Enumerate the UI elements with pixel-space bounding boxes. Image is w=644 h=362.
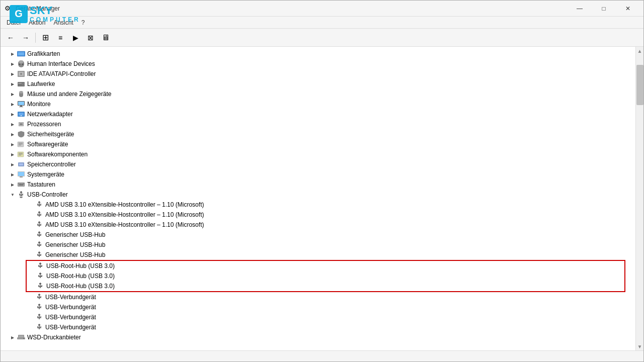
software-label: Softwaregeräte	[27, 141, 68, 148]
vb2-label: USB-Verbundgerät	[45, 304, 96, 311]
tree-item-amd1[interactable]: ▶ AMD USB 3.10 eXtensible-Hostcontroller…	[27, 200, 635, 210]
expand-grafikkarten[interactable]: ▶	[9, 50, 17, 58]
expand-speicher[interactable]: ▶	[9, 160, 17, 168]
tree-item-netzwerk[interactable]: ▶ Netzwerkadapter	[9, 109, 635, 119]
close-button[interactable]: ✕	[616, 3, 639, 15]
tree-item-vb1[interactable]: ▶ USB-Verbundgerät	[27, 292, 635, 302]
tree-item-amd3[interactable]: ▶ AMD USB 3.10 eXtensible-Hostcontroller…	[27, 220, 635, 230]
toolbar-stop-button[interactable]: ⊠	[84, 31, 98, 45]
tree-item-maeuse[interactable]: ▶ Mäuse und andere Zeigegeräte	[9, 89, 635, 99]
menu-help[interactable]: ?	[77, 18, 89, 27]
speicher-icon	[17, 160, 26, 168]
expand-softwarek[interactable]: ▶	[9, 150, 17, 158]
netzwerk-icon	[17, 110, 26, 118]
window-controls: — □ ✕	[568, 3, 639, 15]
expand-software[interactable]: ▶	[9, 140, 17, 148]
svg-rect-42	[20, 184, 21, 185]
hub1-icon	[35, 231, 44, 239]
toolbar-grid-button[interactable]: ⊞	[38, 31, 52, 45]
tree-item-root3[interactable]: ▶ USB-Root-Hub (USB 3.0)	[28, 281, 624, 291]
expand-tastaturen[interactable]: ▶	[9, 180, 17, 189]
forward-button[interactable]: →	[19, 31, 33, 45]
expand-maeuse[interactable]: ▶	[9, 90, 17, 98]
vb4-label: USB-Verbundgerät	[45, 324, 96, 331]
tree-item-speicher[interactable]: ▶ Speichercontroller	[9, 159, 635, 169]
toolbar-monitor-button[interactable]: 🖥	[99, 31, 113, 45]
tree-item-root1[interactable]: ▶ USB-Root-Hub (USB 3.0)	[28, 261, 624, 271]
expand-laufwerke[interactable]: ▶	[9, 80, 17, 88]
root1-label: USB-Root-Hub (USB 3.0)	[46, 262, 115, 269]
tree-item-vb2[interactable]: ▶ USB-Verbundgerät	[27, 302, 635, 312]
svg-rect-31	[19, 153, 23, 153]
softwarek-label: Softwarekomponenten	[27, 151, 88, 158]
maeuse-label: Mäuse und andere Zeigegeräte	[27, 90, 111, 98]
expand-prozessoren[interactable]: ▶	[9, 120, 17, 128]
monitore-label: Monitore	[27, 101, 51, 108]
menu-ansicht[interactable]: Ansicht	[49, 18, 77, 27]
minimize-button[interactable]: —	[568, 3, 591, 15]
device-tree[interactable]: ▶ Grafikkarten ▶ Human Interface Devices…	[1, 47, 635, 350]
amd2-label: AMD USB 3.10 eXtensible-Hostcontroller –…	[45, 211, 204, 218]
svg-rect-12	[18, 83, 22, 84]
scrollbar[interactable]: ▲ ▼	[635, 47, 643, 350]
svg-rect-41	[19, 184, 20, 185]
expand-hid[interactable]: ▶	[9, 60, 17, 68]
tree-item-prozessoren[interactable]: ▶ Prozessoren	[9, 119, 635, 129]
tree-item-grafikkarten[interactable]: ▶ Grafikkarten	[9, 49, 635, 59]
tree-item-amd2[interactable]: ▶ AMD USB 3.10 eXtensible-Hostcontroller…	[27, 210, 635, 220]
tree-item-hub1[interactable]: ▶ Generischer USB-Hub	[27, 230, 635, 240]
tree-item-root2[interactable]: ▶ USB-Root-Hub (USB 3.0)	[28, 271, 624, 281]
sicherheit-icon	[17, 130, 26, 138]
svg-rect-43	[22, 184, 23, 185]
hub3-label: Generischer USB-Hub	[45, 251, 105, 258]
scrollbar-thumb[interactable]	[636, 65, 643, 105]
expand-ide[interactable]: ▶	[9, 70, 17, 78]
svg-rect-28	[19, 144, 23, 144]
tree-item-hub2[interactable]: ▶ Generischer USB-Hub	[27, 240, 635, 250]
menu-datei[interactable]: Datei	[3, 18, 25, 27]
tree-item-software[interactable]: ▶ Softwaregeräte	[9, 139, 635, 149]
tree-item-wsd[interactable]: ▶ WSD-Druckanbieter	[9, 332, 635, 342]
tree-item-vb4[interactable]: ▶ USB-Verbundgerät	[27, 322, 635, 332]
back-button[interactable]: ←	[4, 31, 18, 45]
title-bar: ⚙ Geräte-Manager — □ ✕	[1, 1, 643, 17]
expand-system[interactable]: ▶	[9, 170, 17, 178]
svg-rect-25	[20, 123, 23, 125]
tree-item-hub3[interactable]: ▶ Generischer USB-Hub	[27, 250, 635, 260]
tree-item-tastaturen[interactable]: ▶ Tastaturen	[9, 179, 635, 190]
root1-icon	[36, 262, 45, 270]
grafikkarten-label: Grafikkarten	[27, 50, 60, 57]
wsd-label: WSD-Druckanbieter	[27, 334, 81, 341]
expand-usb[interactable]: ▼	[9, 191, 17, 199]
maximize-button[interactable]: □	[592, 3, 615, 15]
toolbar-list-button[interactable]: ≡	[53, 31, 67, 45]
tree-item-usb[interactable]: ▼ USB-Controller	[9, 190, 635, 200]
tree-item-monitore[interactable]: ▶ Monitore	[9, 99, 635, 109]
speicher-label: Speichercontroller	[27, 161, 76, 168]
system-icon	[17, 170, 26, 178]
tree-item-system[interactable]: ▶ Systemgeräte	[9, 169, 635, 179]
scroll-up-button[interactable]: ▲	[636, 47, 643, 55]
tree-item-hid[interactable]: ▶ Human Interface Devices	[9, 59, 635, 69]
menu-aktion[interactable]: Aktion	[25, 18, 49, 27]
root2-icon	[36, 272, 45, 280]
tree-item-vb3[interactable]: ▶ USB-Verbundgerät	[27, 312, 635, 322]
svg-rect-17	[18, 102, 24, 105]
toolbar-play-button[interactable]: ▶	[68, 31, 83, 45]
scroll-down-button[interactable]: ▼	[636, 342, 643, 350]
expand-netzwerk[interactable]: ▶	[9, 110, 17, 118]
vb2-icon	[35, 303, 44, 311]
tree-item-laufwerke[interactable]: ▶ Laufwerke	[9, 79, 635, 89]
vb1-icon	[35, 293, 44, 301]
amd3-label: AMD USB 3.10 eXtensible-Hostcontroller –…	[45, 221, 204, 228]
software-icon	[17, 140, 26, 148]
vb1-label: USB-Verbundgerät	[45, 294, 96, 301]
tree-item-sicherheit[interactable]: ▶ Sicherheitsgeräte	[9, 129, 635, 139]
tree-item-ide[interactable]: ▶ IDE ATA/ATAPI-Controller	[9, 69, 635, 79]
usb-root-highlight-box: ▶ USB-Root-Hub (USB 3.0) ▶ USB-Root-Hub …	[26, 260, 625, 292]
expand-monitore[interactable]: ▶	[9, 100, 17, 108]
expand-sicherheit[interactable]: ▶	[9, 130, 17, 138]
tree-item-softwarek[interactable]: ▶ Softwarekomponenten	[9, 149, 635, 159]
expand-wsd[interactable]: ▶	[9, 333, 17, 341]
root3-icon	[36, 282, 45, 290]
